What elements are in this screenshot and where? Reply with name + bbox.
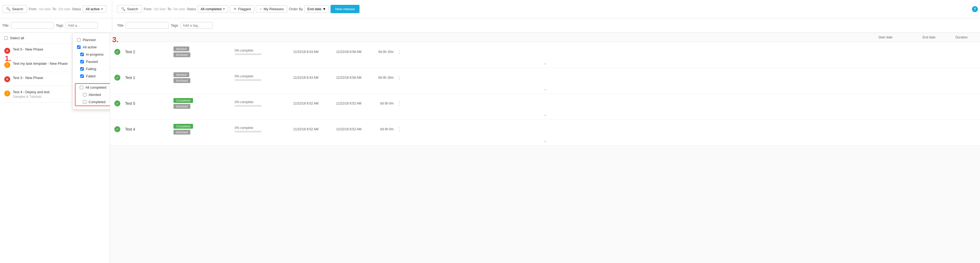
- progress-text: 0% complete: [235, 100, 253, 104]
- end-date-header: End date: [892, 35, 935, 39]
- end-date: 11/22/18 8:52 AM: [318, 102, 361, 105]
- error-icon: ✕: [4, 48, 10, 54]
- expand-row[interactable]: ⌄: [110, 59, 980, 68]
- dropdown-item-completed[interactable]: Completed: [75, 98, 110, 105]
- toolbar-left: 🔍 Search From: Set date To: Set date Sta…: [2, 0, 112, 18]
- planned-label: Planned: [83, 38, 95, 42]
- status-badge-archived: Archived: [173, 104, 190, 109]
- start-date: 11/22/18 8:43 AM: [275, 76, 318, 80]
- row-check[interactable]: ✓: [115, 75, 125, 81]
- error-icon: ✕: [4, 76, 10, 82]
- start-date-header: Start date: [850, 35, 892, 39]
- expand-row[interactable]: ⌄: [110, 137, 980, 145]
- end-date: 11/22/18 8:58 AM: [318, 50, 361, 54]
- to-date-right[interactable]: Set date: [173, 7, 185, 11]
- row-actions-menu[interactable]: ⋮: [394, 126, 402, 132]
- start-date: 11/22/18 8:52 AM: [275, 128, 318, 131]
- row-check[interactable]: ✓: [115, 126, 125, 132]
- expand-row[interactable]: ⌄: [110, 85, 980, 94]
- tags-input-left[interactable]: [65, 22, 98, 29]
- row-actions-menu[interactable]: ⋮: [394, 49, 402, 55]
- left-status-dropdown[interactable]: All active ▼: [83, 5, 106, 13]
- dropdown-item-planned[interactable]: Planned: [73, 36, 110, 43]
- release-row-test4: ✓ Test 4 Completed Archived 0% complete …: [110, 120, 980, 137]
- main-content: 1. Select all ✕ Test 5 - New Phase Faile…: [0, 33, 980, 263]
- duration: 0d 0h 15m: [361, 50, 394, 54]
- left-panel: 1. Select all ✕ Test 5 - New Phase Faile…: [0, 33, 110, 263]
- all-active-checkbox[interactable]: [77, 45, 81, 49]
- table-row: ✓ Test 4 Completed Archived 0% complete …: [110, 120, 980, 145]
- chevron-down-icon: ⌄: [543, 112, 547, 117]
- row-check[interactable]: ✓: [115, 100, 125, 107]
- title-input-right[interactable]: [126, 22, 169, 29]
- expand-row[interactable]: ⌄: [110, 111, 980, 119]
- dropdown-caret-left: ▼: [101, 8, 103, 11]
- completed-group-outline: All completed Aborted Completed: [75, 83, 110, 106]
- search-icon: 🔍: [6, 7, 11, 11]
- all-active-label: All active: [83, 45, 97, 49]
- release-row-test5: ✓ Test 5 Completed Archived 0% complete …: [110, 94, 980, 111]
- dropdown-item-failed[interactable]: Failed: [73, 73, 110, 80]
- progress-bar: [235, 105, 261, 107]
- row-actions-menu[interactable]: ⋮: [394, 100, 402, 107]
- table-row: ✓ Test 5 Completed Archived 0% complete …: [110, 94, 980, 120]
- start-date: 11/22/18 8:43 AM: [275, 50, 318, 54]
- all-completed-checkbox[interactable]: [80, 86, 83, 89]
- order-dropdown[interactable]: End date ▼: [304, 5, 329, 13]
- inprogress-checkbox[interactable]: [80, 53, 84, 56]
- completed-checkbox[interactable]: [83, 100, 86, 104]
- from-label: From:: [29, 7, 37, 11]
- select-all-checkbox[interactable]: [4, 36, 8, 40]
- right-search-button[interactable]: 🔍 Search: [117, 5, 142, 13]
- new-release-button[interactable]: New release: [331, 5, 360, 13]
- help-button[interactable]: ?: [972, 6, 978, 12]
- tags-input-right[interactable]: [180, 22, 213, 29]
- title-input-left[interactable]: [11, 22, 54, 29]
- search-icon-right: 🔍: [121, 7, 126, 11]
- failing-checkbox[interactable]: [80, 67, 84, 71]
- title-label-left: Title: [2, 23, 9, 27]
- tags-label-left: Tags: [56, 23, 63, 27]
- paused-checkbox[interactable]: [80, 60, 84, 64]
- dropdown-item-paused[interactable]: Paused: [73, 58, 110, 65]
- dropdown-item-all-active[interactable]: All active: [73, 43, 110, 51]
- dropdown-divider: [73, 82, 110, 82]
- filter-right: Title Tags: [115, 22, 978, 29]
- planned-checkbox[interactable]: [77, 38, 81, 41]
- release-name: Test 2: [125, 50, 173, 54]
- left-status-value: All active: [86, 7, 100, 11]
- status-group: Aborted Archived: [173, 46, 232, 57]
- completed-label: Completed: [89, 100, 105, 104]
- end-date: 11/22/18 8:52 AM: [318, 128, 361, 131]
- order-value: End date: [307, 7, 321, 11]
- start-date: 11/22/18 8:52 AM: [275, 102, 318, 105]
- row-actions-menu[interactable]: ⋮: [394, 75, 402, 81]
- flagged-button[interactable]: ⚑ Flagged: [230, 5, 254, 13]
- my-releases-button[interactable]: ✓ My Releases: [256, 5, 287, 13]
- duration: 0d 0h 0m: [361, 102, 394, 105]
- status-group: Completed Archived: [173, 124, 232, 135]
- to-date[interactable]: Set date: [58, 7, 70, 11]
- status-dropdown-menu: 2. Planned All active In-progress Paused: [73, 33, 110, 110]
- dropdown-item-failing[interactable]: Failing: [73, 65, 110, 73]
- status-group: Aborted Archived: [173, 72, 232, 83]
- right-status-dropdown[interactable]: All completed ▼: [197, 5, 228, 13]
- failed-checkbox[interactable]: [80, 75, 84, 78]
- from-date-right[interactable]: Set date: [154, 7, 166, 11]
- row-check[interactable]: ✓: [115, 49, 125, 55]
- left-search-button[interactable]: 🔍 Search: [2, 5, 27, 13]
- dropdown-item-inprogress[interactable]: In-progress: [73, 51, 110, 58]
- duration-header: Duration: [935, 35, 968, 39]
- from-date[interactable]: Set date: [39, 7, 51, 11]
- status-badge-aborted: Aborted: [173, 46, 189, 51]
- duration: 0d 0h 16m: [361, 76, 394, 80]
- dropdown-item-all-completed[interactable]: All completed: [75, 84, 110, 91]
- release-row-test2: ✓ Test 2 Aborted Archived 0% complete 11…: [110, 42, 980, 59]
- column-headers: Start date End date Duration: [110, 33, 980, 42]
- checked-circle-icon: ✓: [115, 75, 120, 81]
- filter-left: Title Tags: [2, 18, 112, 32]
- aborted-checkbox[interactable]: [83, 93, 86, 96]
- paused-label: Paused: [86, 60, 98, 64]
- dropdown-item-aborted[interactable]: Aborted: [75, 91, 110, 98]
- progress-text: 0% complete: [235, 75, 253, 78]
